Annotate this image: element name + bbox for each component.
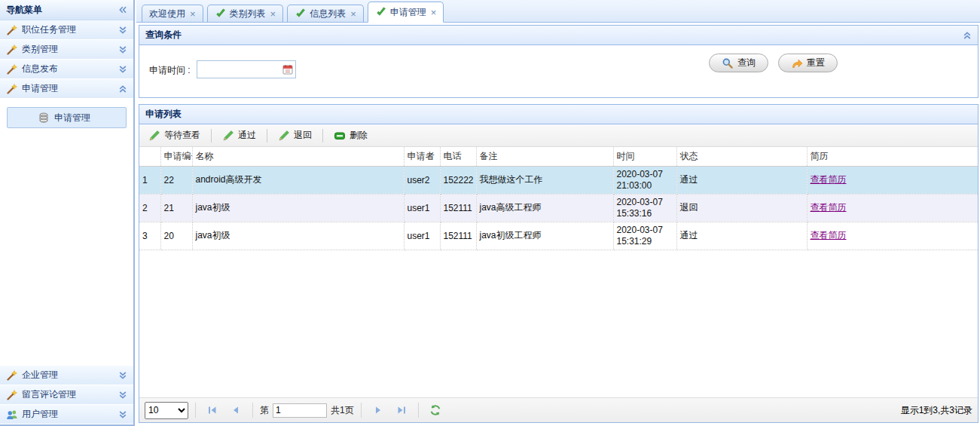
col-remark: 备注 xyxy=(476,147,613,166)
collapse-sidebar-icon[interactable] xyxy=(118,5,127,14)
table-row[interactable]: 2 21 java初级 user1 152111 java高级工程师 2020-… xyxy=(139,194,978,222)
col-phone: 电话 xyxy=(440,147,476,166)
table-row[interactable]: 1 22 android高级开发 user2 152222 我想做这个工作 20… xyxy=(139,166,978,194)
database-icon xyxy=(38,112,50,124)
sidebar-item-label: 留言评论管理 xyxy=(22,388,114,401)
chevron-down-icon xyxy=(118,45,127,54)
page-label-suffix: 共1页 xyxy=(331,404,354,417)
view-resume-link[interactable]: 查看简历 xyxy=(811,230,847,241)
accordion-body: 申请管理 xyxy=(0,99,133,366)
page-number-input[interactable] xyxy=(273,403,327,418)
status-text: 退回 xyxy=(676,194,807,222)
list-panel-title: 申请列表 xyxy=(145,108,182,121)
pencil-icon xyxy=(222,130,234,142)
return-button[interactable]: 退回 xyxy=(273,126,317,145)
col-applicant: 申请者 xyxy=(404,147,440,166)
wait-review-button[interactable]: 等待查看 xyxy=(143,126,206,145)
tabs-bar: 欢迎使用 × 类别列表 × 信息列表 × 申请管理 × xyxy=(136,0,980,23)
sidebar-item-comment-mgmt[interactable]: 留言评论管理 xyxy=(0,385,133,405)
apply-time-field-wrap xyxy=(197,60,296,78)
approve-button[interactable]: 通过 xyxy=(217,126,261,145)
tab-info-list[interactable]: 信息列表 × xyxy=(287,5,364,22)
pager-summary: 显示1到3,共3记录 xyxy=(901,404,972,417)
apply-time-label: 申请时间 : xyxy=(149,64,191,77)
prev-page-icon xyxy=(230,404,242,416)
submenu-item-application-mgmt[interactable]: 申请管理 xyxy=(7,107,127,128)
last-page-button[interactable] xyxy=(392,401,411,419)
search-button[interactable]: 查询 xyxy=(709,54,768,72)
col-resume: 简历 xyxy=(807,147,978,166)
collapse-panel-icon[interactable] xyxy=(963,31,972,40)
tab-application-mgmt[interactable]: 申请管理 × xyxy=(368,2,444,23)
view-resume-link[interactable]: 查看简历 xyxy=(811,174,847,185)
application-list-panel: 申请列表 等待查看 通过 退回 删除 xyxy=(139,104,978,423)
sidebar-item-category-mgmt[interactable]: 类别管理 xyxy=(0,40,133,60)
delete-button[interactable]: 删除 xyxy=(328,126,373,145)
next-page-button[interactable] xyxy=(368,401,388,419)
wand-icon xyxy=(6,389,18,401)
status-text: 通过 xyxy=(676,222,807,250)
next-page-icon xyxy=(372,404,384,416)
users-icon xyxy=(6,409,18,421)
sidebar-item-label: 申请管理 xyxy=(22,82,114,95)
sidebar-item-user-mgmt[interactable]: 用户管理 xyxy=(0,405,133,424)
pencil-icon xyxy=(278,130,290,142)
sidebar-item-label: 职位任务管理 xyxy=(22,23,114,36)
chevron-down-icon xyxy=(118,391,127,400)
tab-welcome[interactable]: 欢迎使用 × xyxy=(142,5,203,22)
refresh-icon xyxy=(429,404,441,416)
reset-button[interactable]: 重置 xyxy=(778,54,838,72)
tab-category-list[interactable]: 类别列表 × xyxy=(207,5,284,22)
search-icon xyxy=(722,57,734,69)
sidebar-item-job-task-mgmt[interactable]: 职位任务管理 xyxy=(0,20,133,40)
query-buttons: 查询 重置 xyxy=(709,54,838,72)
chevron-down-icon xyxy=(118,410,127,419)
datagrid: 申请编号 名称 申请者 电话 备注 时间 状态 简历 1 22 android高 xyxy=(139,147,978,397)
wand-icon xyxy=(6,44,18,56)
last-page-icon xyxy=(395,404,408,416)
main-content: 欢迎使用 × 类别列表 × 信息列表 × 申请管理 × 查询条件 申请时间 : xyxy=(136,0,980,426)
query-panel: 查询条件 申请时间 : 查询 重置 xyxy=(139,25,978,98)
apply-time-input[interactable] xyxy=(199,63,280,76)
prev-page-button[interactable] xyxy=(226,401,246,419)
close-icon[interactable]: × xyxy=(270,9,276,19)
wand-icon xyxy=(6,83,18,95)
wand-icon xyxy=(6,24,18,36)
view-resume-link[interactable]: 查看简历 xyxy=(811,202,847,213)
col-rownum xyxy=(139,147,160,166)
col-name: 名称 xyxy=(192,147,404,166)
close-icon[interactable]: × xyxy=(431,8,437,17)
query-panel-body: 申请时间 : 查询 重置 xyxy=(139,45,978,97)
tab-label: 申请管理 xyxy=(390,6,426,19)
nav-title: 导航菜单 xyxy=(6,4,42,17)
check-icon xyxy=(215,8,227,20)
grid-header-row: 申请编号 名称 申请者 电话 备注 时间 状态 简历 xyxy=(139,147,978,166)
table-row[interactable]: 3 20 java初级 user1 152111 java初级工程师 2020-… xyxy=(139,222,978,250)
nav-header: 导航菜单 xyxy=(0,0,133,20)
query-panel-header: 查询条件 xyxy=(139,26,978,45)
close-icon[interactable]: × xyxy=(190,9,196,19)
chevron-down-icon xyxy=(118,65,127,74)
toolbar-separator xyxy=(211,129,212,143)
first-page-button[interactable] xyxy=(203,401,222,419)
toolbar-separator xyxy=(267,129,267,143)
calendar-icon[interactable] xyxy=(282,63,294,78)
sidebar-item-application-mgmt[interactable]: 申请管理 xyxy=(0,79,133,99)
wand-icon xyxy=(6,63,18,75)
list-panel-header: 申请列表 xyxy=(139,105,978,124)
page-size-select[interactable]: 10 xyxy=(145,402,188,419)
tab-label: 信息列表 xyxy=(310,8,346,20)
redo-icon xyxy=(791,57,803,69)
sidebar-item-label: 类别管理 xyxy=(22,43,114,56)
sidebar-item-info-publish[interactable]: 信息发布 xyxy=(0,60,133,79)
refresh-button[interactable] xyxy=(426,401,445,419)
sidebar-item-company-mgmt[interactable]: 企业管理 xyxy=(0,366,133,385)
toolbar-separator xyxy=(322,129,323,143)
col-time: 时间 xyxy=(613,147,676,166)
grid-toolbar: 等待查看 通过 退回 删除 xyxy=(139,124,978,147)
sidebar-item-label: 信息发布 xyxy=(22,63,114,75)
status-text: 通过 xyxy=(676,166,807,194)
close-icon[interactable]: × xyxy=(350,9,356,19)
chevron-down-icon xyxy=(118,371,127,380)
pagination-bar: 10 第 共1页 显示1到3,共3记录 xyxy=(139,397,978,422)
